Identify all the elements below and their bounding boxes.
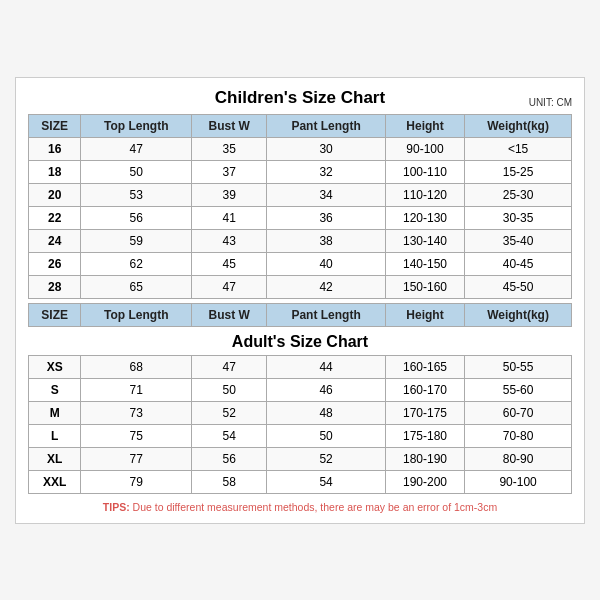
main-title: Children's Size Chart — [215, 88, 385, 108]
table-cell: 79 — [81, 470, 192, 493]
table-row: 1647353090-100<15 — [29, 137, 572, 160]
table-cell: 50-55 — [465, 355, 572, 378]
table-cell: 40 — [267, 252, 386, 275]
table-cell: 160-170 — [385, 378, 464, 401]
table-cell: 80-90 — [465, 447, 572, 470]
table-cell: 45-50 — [465, 275, 572, 298]
table-cell: 140-150 — [385, 252, 464, 275]
table-cell: 39 — [192, 183, 267, 206]
table-cell: 30-35 — [465, 206, 572, 229]
table-cell: 46 — [267, 378, 386, 401]
table-cell: 190-200 — [385, 470, 464, 493]
table-cell: 35 — [192, 137, 267, 160]
table-row: XL775652180-19080-90 — [29, 447, 572, 470]
table-row: M735248170-17560-70 — [29, 401, 572, 424]
table-cell: 180-190 — [385, 447, 464, 470]
table-cell: 43 — [192, 229, 267, 252]
adult-col-size: SIZE — [29, 303, 81, 326]
adult-col-bust: Bust W — [192, 303, 267, 326]
table-cell: S — [29, 378, 81, 401]
table-cell: 56 — [81, 206, 192, 229]
table-cell: 53 — [81, 183, 192, 206]
adult-title-cell: Adult's Size Chart — [29, 326, 572, 355]
table-cell: L — [29, 424, 81, 447]
unit-label: UNIT: CM — [529, 97, 572, 108]
table-cell: 90-100 — [465, 470, 572, 493]
children-table-body: 1647353090-100<1518503732100-11015-25205… — [29, 137, 572, 298]
adult-title-row: Adult's Size Chart — [29, 326, 572, 355]
children-col-bust: Bust W — [192, 114, 267, 137]
children-col-weight: Weight(kg) — [465, 114, 572, 137]
tips-row: TIPS: Due to different measurement metho… — [28, 501, 572, 513]
table-cell: 120-130 — [385, 206, 464, 229]
chart-container: Children's Size Chart UNIT: CM SIZE Top … — [15, 77, 585, 524]
table-cell: 47 — [192, 275, 267, 298]
table-row: 26624540140-15040-45 — [29, 252, 572, 275]
table-cell: 54 — [192, 424, 267, 447]
table-cell: XL — [29, 447, 81, 470]
title-row: Children's Size Chart UNIT: CM — [28, 88, 572, 108]
table-cell: 34 — [267, 183, 386, 206]
table-cell: 55-60 — [465, 378, 572, 401]
table-cell: 56 — [192, 447, 267, 470]
adult-table-header: SIZE Top Length Bust W Pant Length Heigh… — [29, 303, 572, 326]
table-cell: 50 — [267, 424, 386, 447]
table-cell: 100-110 — [385, 160, 464, 183]
table-cell: 70-80 — [465, 424, 572, 447]
table-cell: 62 — [81, 252, 192, 275]
adult-header-row: SIZE Top Length Bust W Pant Length Heigh… — [29, 303, 572, 326]
table-cell: 37 — [192, 160, 267, 183]
table-cell: 20 — [29, 183, 81, 206]
table-row: 22564136120-13030-35 — [29, 206, 572, 229]
table-cell: 54 — [267, 470, 386, 493]
table-cell: 16 — [29, 137, 81, 160]
table-cell: 68 — [81, 355, 192, 378]
table-cell: 35-40 — [465, 229, 572, 252]
children-header-row: SIZE Top Length Bust W Pant Length Heigh… — [29, 114, 572, 137]
table-cell: 90-100 — [385, 137, 464, 160]
table-row: XS684744160-16550-55 — [29, 355, 572, 378]
children-col-size: SIZE — [29, 114, 81, 137]
table-cell: 65 — [81, 275, 192, 298]
table-cell: 50 — [192, 378, 267, 401]
table-cell: 26 — [29, 252, 81, 275]
table-cell: 75 — [81, 424, 192, 447]
table-cell: 52 — [192, 401, 267, 424]
table-cell: 71 — [81, 378, 192, 401]
table-cell: 60-70 — [465, 401, 572, 424]
table-cell: 40-45 — [465, 252, 572, 275]
table-row: 24594338130-14035-40 — [29, 229, 572, 252]
table-cell: 47 — [192, 355, 267, 378]
adult-col-weight: Weight(kg) — [465, 303, 572, 326]
table-cell: 48 — [267, 401, 386, 424]
table-cell: 130-140 — [385, 229, 464, 252]
children-col-height: Height — [385, 114, 464, 137]
table-cell: 50 — [81, 160, 192, 183]
table-cell: M — [29, 401, 81, 424]
table-cell: 25-30 — [465, 183, 572, 206]
adult-col-height: Height — [385, 303, 464, 326]
table-cell: 47 — [81, 137, 192, 160]
table-cell: 28 — [29, 275, 81, 298]
tips-label: TIPS: — [103, 501, 130, 513]
table-row: 20533934110-12025-30 — [29, 183, 572, 206]
table-cell: <15 — [465, 137, 572, 160]
table-cell: XS — [29, 355, 81, 378]
table-cell: 59 — [81, 229, 192, 252]
table-cell: 45 — [192, 252, 267, 275]
table-cell: XXL — [29, 470, 81, 493]
adult-section-title-body: Adult's Size Chart — [29, 326, 572, 355]
table-row: S715046160-17055-60 — [29, 378, 572, 401]
children-col-top-length: Top Length — [81, 114, 192, 137]
table-row: 18503732100-11015-25 — [29, 160, 572, 183]
table-cell: 18 — [29, 160, 81, 183]
table-row: 28654742150-16045-50 — [29, 275, 572, 298]
table-cell: 30 — [267, 137, 386, 160]
table-cell: 41 — [192, 206, 267, 229]
table-cell: 150-160 — [385, 275, 464, 298]
table-cell: 42 — [267, 275, 386, 298]
table-cell: 15-25 — [465, 160, 572, 183]
table-cell: 170-175 — [385, 401, 464, 424]
tips-text: Due to different measurement methods, th… — [133, 501, 498, 513]
table-cell: 160-165 — [385, 355, 464, 378]
